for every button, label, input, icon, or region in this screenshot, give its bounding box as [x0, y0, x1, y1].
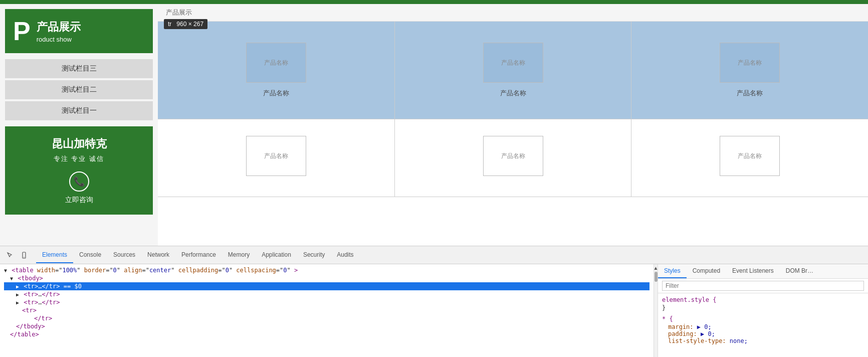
style-close-1: } — [662, 304, 864, 311]
devtools: Elements Console Sources Network Perform… — [0, 246, 868, 357]
html-line-tr-open: <tr> — [4, 306, 649, 314]
html-line-tr-selected[interactable]: ▶ <tr>…</tr> == $0 — [4, 282, 649, 290]
product-cell-1-2[interactable]: 产品名称 产品名称 — [395, 22, 632, 119]
style-rule-element: element.style { } — [662, 296, 864, 311]
html-line-tr-3[interactable]: ▶ <tr>…</tr> — [4, 298, 649, 306]
breadcrumb-text: 产品展示 — [166, 8, 192, 17]
styles-tab-styles[interactable]: Styles — [658, 264, 687, 278]
product-cell-2-2[interactable]: 产品名称 — [395, 119, 632, 197]
nav-items: 测试栏目三 测试栏目二 测试栏目一 — [5, 59, 153, 120]
breadcrumb: 产品展示 — [158, 4, 868, 22]
tab-console[interactable]: Console — [73, 247, 107, 263]
product-cell-2-1[interactable]: 产品名称 — [158, 119, 395, 197]
product-image-2-3: 产品名称 — [720, 136, 780, 176]
style-rule-star: * { margin: ▶ 0; padding: ▶ 0; list-styl… — [662, 315, 864, 344]
sidebar-header: P 产品展示 roduct show — [5, 9, 153, 53]
html-line-table: ▼ <table width="100%" border="0" align="… — [4, 266, 649, 274]
product-cell-1-3[interactable]: 产品名称 产品名称 — [631, 22, 868, 119]
tooltip-tag: tr — [168, 21, 171, 28]
slogan: 专注 专业 诚信 — [13, 154, 145, 163]
top-bar — [0, 0, 868, 4]
elements-scrollbar[interactable]: ▲ — [654, 264, 658, 357]
devtools-body: ▼ <table width="100%" border="0" align="… — [0, 264, 868, 357]
style-selector-element: element.style { — [662, 296, 864, 303]
sidebar-letter: P — [13, 18, 31, 44]
tab-memory[interactable]: Memory — [222, 247, 256, 263]
tab-audits[interactable]: Audits — [331, 247, 359, 263]
tab-elements[interactable]: Elements — [36, 247, 73, 263]
nav-item-2[interactable]: 测试栏目二 — [5, 80, 153, 99]
sidebar-title-zh: 产品展示 — [37, 20, 81, 35]
sidebar-title-en: roduct show — [37, 36, 81, 43]
mobile-icon[interactable] — [18, 249, 30, 261]
phone-icon: 📞 — [69, 171, 89, 192]
devtools-icons — [4, 249, 30, 261]
company-name: 昆山加特克 — [13, 136, 145, 151]
tab-network[interactable]: Network — [141, 247, 175, 263]
nav-item-3[interactable]: 测试栏目三 — [5, 59, 153, 78]
scroll-thumb[interactable] — [655, 272, 658, 282]
product-cell-1-1[interactable]: 产品名称 产品名称 — [158, 22, 395, 119]
product-row-2: 产品名称 产品名称 产品名称 — [158, 119, 868, 197]
contact-box: 昆山加特克 专注 专业 诚信 📞 立即咨询 — [5, 126, 153, 215]
product-row-1: 产品名称 产品名称 产品名称 产品名称 产品名称 产品名称 — [158, 22, 868, 119]
styles-filter-input[interactable] — [662, 281, 864, 291]
styles-content: element.style { } * { margin: ▶ 0; paddi… — [658, 293, 868, 357]
contact-button[interactable]: 立即咨询 — [13, 196, 145, 205]
sidebar-title: 产品展示 roduct show — [37, 20, 81, 43]
product-name-1-2: 产品名称 — [500, 89, 526, 98]
html-line-tbody-close: </tbody> — [4, 322, 649, 330]
triangle-tbody[interactable]: ▼ — [10, 276, 13, 281]
product-image-1-3: 产品名称 — [720, 43, 780, 83]
elements-panel[interactable]: ▼ <table width="100%" border="0" align="… — [0, 264, 654, 357]
product-image-2-2: 产品名称 — [483, 136, 543, 176]
tooltip-size: 960 × 267 — [176, 21, 203, 28]
product-name-1-1: 产品名称 — [263, 89, 289, 98]
html-line-tbody: ▼ <tbody> — [4, 274, 649, 282]
main-area: P 产品展示 roduct show 测试栏目三 测试栏目二 测试栏目一 昆山加… — [0, 4, 868, 246]
svg-point-1 — [24, 257, 24, 257]
product-name-1-3: 产品名称 — [737, 89, 763, 98]
content-area: 产品展示 tr 960 × 267 产品名称 产品名称 产品名称 产品名称 — [158, 4, 868, 246]
style-selector-star: * { — [662, 315, 864, 322]
styles-panel: Styles Computed Event Listeners DOM Br… … — [658, 264, 868, 357]
styles-filter — [658, 279, 868, 293]
devtools-tabs-bar: Elements Console Sources Network Perform… — [0, 246, 868, 264]
product-image-2-1: 产品名称 — [246, 136, 306, 176]
html-line-tr-2[interactable]: ▶ <tr>…</tr> — [4, 290, 649, 298]
style-prop-padding: padding: ▶ 0; — [662, 330, 864, 337]
tab-sources[interactable]: Sources — [107, 247, 141, 263]
element-tooltip: tr 960 × 267 — [164, 19, 207, 29]
styles-tab-computed[interactable]: Computed — [687, 264, 726, 278]
nav-item-1[interactable]: 测试栏目一 — [5, 101, 153, 120]
tab-application[interactable]: Application — [256, 247, 297, 263]
tab-performance[interactable]: Performance — [175, 247, 222, 263]
styles-panel-tabs: Styles Computed Event Listeners DOM Br… — [658, 264, 868, 279]
html-line-table-close: </table> — [4, 330, 649, 338]
styles-tab-event-listeners[interactable]: Event Listeners — [726, 264, 780, 278]
product-cell-2-3[interactable]: 产品名称 — [631, 119, 868, 197]
tab-security[interactable]: Security — [297, 247, 331, 263]
style-prop-list-style: list-style-type: none; — [662, 337, 864, 344]
html-line-tr-close: </tr> — [4, 314, 649, 322]
product-image-1-2: 产品名称 — [483, 43, 543, 83]
styles-tab-dom-breakpoints[interactable]: DOM Br… — [780, 264, 819, 278]
inspect-icon[interactable] — [4, 249, 16, 261]
sidebar: P 产品展示 roduct show 测试栏目三 测试栏目二 测试栏目一 昆山加… — [0, 4, 158, 246]
product-image-1-1: 产品名称 — [246, 43, 306, 83]
triangle-table[interactable]: ▼ — [4, 268, 7, 273]
style-prop-margin: margin: ▶ 0; — [662, 323, 864, 330]
